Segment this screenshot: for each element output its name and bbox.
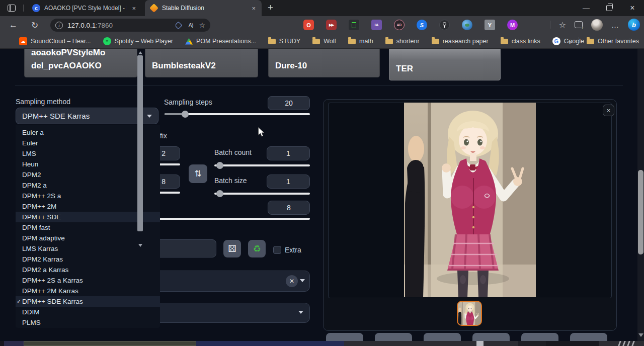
sampler-option-label: DPM++ SDE Karras xyxy=(22,298,83,305)
strip-segment xyxy=(24,341,196,346)
favorites-icon[interactable]: ☆ xyxy=(559,20,566,30)
sampler-option-label: DPM++ 2S a Karras xyxy=(22,277,83,284)
cfg-scale-input[interactable]: 8 xyxy=(268,201,310,215)
tab-close-icon[interactable]: × xyxy=(251,5,257,12)
extension-icon[interactable] xyxy=(349,20,359,30)
close-button[interactable]: × xyxy=(621,0,644,16)
bookmark-item[interactable]: Wolf xyxy=(312,38,336,45)
strip-tick xyxy=(627,341,630,346)
model-card-ter[interactable]: TER xyxy=(389,49,501,80)
reuse-seed-recycle-button[interactable]: ♻ xyxy=(248,240,266,257)
section-divider xyxy=(15,85,623,86)
browser-tab-civitai[interactable]: c AOAOKO [PVC Style Model] - PV × xyxy=(27,0,142,16)
tab-close-icon[interactable]: × xyxy=(131,5,137,12)
extra-checkbox[interactable] xyxy=(273,246,281,254)
gallery-action-button[interactable] xyxy=(570,333,607,341)
restore-button[interactable] xyxy=(598,0,621,16)
swap-dimensions-button[interactable]: ⇅ xyxy=(189,164,207,183)
gallery-action-button[interactable] xyxy=(326,333,363,341)
sampler-option[interactable]: PLMS xyxy=(16,317,160,328)
sampling-steps-input[interactable]: 20 xyxy=(268,96,310,110)
browser-tab-stable-diffusion[interactable]: Stable Diffusion × xyxy=(145,0,262,16)
model-card-aoaoko[interactable]: aoaokoPVStyleMo del_pvcAOAOKO xyxy=(24,49,137,77)
bookmark-favicon-icon xyxy=(185,38,193,45)
dropdown-scroll-down-icon[interactable] xyxy=(138,244,142,247)
clear-styles-icon[interactable]: ✕ xyxy=(286,275,298,287)
dropdown-scroll-up-icon[interactable] xyxy=(138,51,142,54)
gallery-action-button[interactable] xyxy=(424,333,461,341)
bookmark-item[interactable]: ≡ Spotify – Web Player xyxy=(103,37,174,45)
bookmark-item[interactable]: reasearch paper xyxy=(432,38,489,45)
bookmark-item[interactable]: STUDY xyxy=(268,38,300,45)
chevron-down-icon xyxy=(147,115,152,118)
new-tab-button[interactable]: + xyxy=(268,2,273,13)
url-text[interactable]: 127.0.0.1:7860 xyxy=(67,22,176,29)
gallery-thumbnail[interactable] xyxy=(457,301,482,326)
extension-icon[interactable]: ▶▶ xyxy=(326,20,337,30)
sampler-option[interactable]: DDIM xyxy=(16,307,160,317)
bookmarks-overflow-chevron[interactable]: › xyxy=(569,37,572,46)
gallery-action-button[interactable] xyxy=(472,333,510,341)
cfg-scale-slider[interactable] xyxy=(156,218,310,220)
extension-icon[interactable]: IA xyxy=(371,20,382,30)
sampler-option-label: DPM2 Karras xyxy=(22,255,63,263)
batch-count-input[interactable]: 1 xyxy=(267,146,310,160)
bookmark-item[interactable]: math xyxy=(348,38,373,45)
settings-menu-icon[interactable]: … xyxy=(611,21,619,29)
read-aloud-icon[interactable]: A) xyxy=(188,22,193,28)
back-button[interactable]: ← xyxy=(9,20,18,30)
gallery-action-button[interactable] xyxy=(521,333,558,341)
close-preview-button[interactable]: × xyxy=(603,105,614,116)
tab-actions-button[interactable] xyxy=(6,3,17,13)
batch-size-input[interactable]: 1 xyxy=(267,175,310,189)
bookmark-favicon-icon: ☁ xyxy=(19,37,27,45)
model-card-bumblesteak[interactable]: BumblesteakV2 xyxy=(145,49,258,77)
strip-segment xyxy=(0,341,4,346)
sampler-option[interactable]: DPM2 Karras xyxy=(16,254,160,265)
sampler-option-label: Euler a xyxy=(22,129,44,136)
model-card-dure10[interactable]: Dure-10 xyxy=(268,49,380,77)
gallery-action-button[interactable] xyxy=(375,333,412,341)
sampler-option[interactable]: DPM++ 2S a Karras xyxy=(16,275,160,286)
extension-icon[interactable]: Y xyxy=(485,20,495,30)
bookmark-item[interactable]: shortenr xyxy=(385,38,420,45)
page-scrollbar-thumb[interactable] xyxy=(638,170,643,254)
sampler-option[interactable]: DPM2 a Karras xyxy=(16,265,160,275)
bookmark-item[interactable]: ☁ SoundCloud – Hear... xyxy=(19,37,91,45)
chevron-down-icon xyxy=(298,311,303,314)
collections-icon[interactable] xyxy=(575,21,583,28)
sampler-option[interactable]: DPM adaptive xyxy=(16,233,160,243)
sampling-steps-slider[interactable] xyxy=(165,113,310,115)
sampler-option[interactable]: DPM++ 2M Karras xyxy=(16,286,160,296)
slider-thumb[interactable] xyxy=(216,162,223,169)
profile-avatar[interactable] xyxy=(591,19,603,31)
minimize-button[interactable]: — xyxy=(575,0,598,16)
extension-icon[interactable] xyxy=(462,20,472,30)
extension-icon[interactable]: AD xyxy=(394,20,405,30)
generated-image[interactable] xyxy=(404,103,536,297)
bookmark-item[interactable]: POM Presentations... xyxy=(185,38,256,45)
bing-chat-icon[interactable]: b xyxy=(628,19,640,31)
batch-size-slider[interactable] xyxy=(214,193,310,195)
random-seed-dice-button[interactable]: ⚄ xyxy=(223,240,241,257)
slider-thumb[interactable] xyxy=(216,190,223,197)
tag-icon[interactable] xyxy=(175,21,183,29)
sampler-option-label: DPM2 xyxy=(22,171,41,179)
dropdown-scrollbar-thumb[interactable] xyxy=(137,55,143,231)
extension-icon[interactable]: S xyxy=(417,20,427,30)
site-info-icon[interactable]: i xyxy=(55,22,63,29)
address-bar[interactable]: i 127.0.0.1:7860 A) ☆ xyxy=(50,19,210,32)
other-favorites-button[interactable]: Other favorites xyxy=(586,37,639,45)
extension-icon[interactable] xyxy=(439,20,450,30)
page-scroll-down-icon[interactable] xyxy=(638,333,643,337)
slider-thumb[interactable] xyxy=(182,111,189,118)
refresh-button[interactable]: ↻ xyxy=(31,20,38,31)
extension-icon[interactable]: O xyxy=(303,20,314,30)
bookmark-favicon-icon xyxy=(501,39,508,44)
bookmark-item[interactable]: class links xyxy=(501,38,540,45)
sampler-option[interactable]: ✓ DPM++ SDE Karras xyxy=(16,296,160,307)
batch-count-slider[interactable] xyxy=(214,164,310,166)
bookmark-label: reasearch paper xyxy=(443,38,489,45)
add-favorite-icon[interactable]: ☆ xyxy=(199,21,205,29)
extension-icon[interactable]: M xyxy=(507,20,518,30)
